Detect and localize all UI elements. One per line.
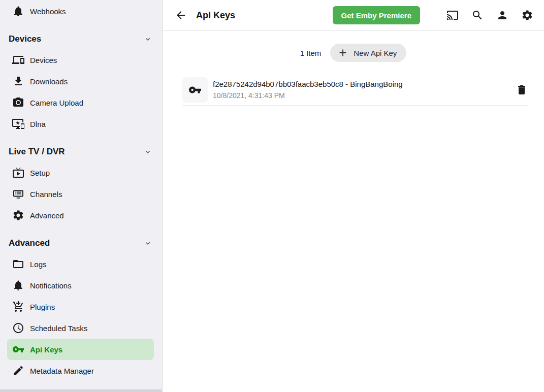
api-key-list: f2e2875242d94b07bb03faacb3eb50c8 - BingB…	[182, 75, 528, 106]
sidebar-item-label: Metadata Manager	[30, 367, 94, 375]
folder-icon	[12, 258, 24, 270]
sidebar-item-api-keys[interactable]: Api Keys	[7, 339, 154, 360]
sidebar-item-label: Logs	[30, 260, 47, 269]
chevron-down-icon	[144, 239, 152, 247]
key-icon	[182, 77, 208, 103]
chevron-down-icon	[144, 148, 152, 156]
user-button[interactable]	[496, 9, 508, 21]
download-icon	[12, 75, 24, 87]
cart-plus-icon	[12, 301, 24, 313]
sidebar-item-label: Downloads	[30, 77, 68, 86]
sidebar-item-label: Setup	[30, 169, 50, 177]
sidebar-item-label: Channels	[30, 190, 62, 199]
bell-icon	[12, 5, 24, 17]
camera-icon	[12, 96, 24, 109]
arrow-back-icon	[175, 9, 187, 21]
gear-icon	[521, 9, 533, 21]
gear-icon	[12, 209, 24, 221]
key-icon	[12, 343, 24, 355]
sidebar-section-live-tv-dvr[interactable]: Live TV / DVR	[0, 141, 162, 162]
channel-list-icon	[12, 188, 24, 200]
sidebar-item-channels[interactable]: Channels	[0, 183, 162, 205]
item-count: 1 Item	[300, 49, 322, 57]
live-tv-icon	[12, 167, 24, 179]
dlna-devices-icon	[12, 118, 24, 130]
top-bar: Api Keys Get Emby Premiere	[163, 0, 544, 31]
sidebar-item-label: Plugins	[30, 303, 55, 311]
list-toolbar: 1 Item New Api Key	[163, 44, 544, 62]
sidebar-item-label: Devices	[30, 56, 57, 64]
sidebar-item-plugins[interactable]: Plugins	[0, 296, 162, 317]
sidebar-item-scheduled-tasks[interactable]: Scheduled Tasks	[0, 317, 162, 339]
new-api-key-button[interactable]: New Api Key	[330, 44, 406, 62]
plus-icon	[337, 47, 348, 58]
sidebar-item-webhooks[interactable]: Webhooks	[0, 1, 162, 22]
sidebar-item-label: Api Keys	[30, 345, 62, 354]
sidebar-item-camera-upload[interactable]: Camera Upload	[0, 92, 162, 113]
sidebar-item-dlna[interactable]: Dlna	[0, 113, 162, 135]
search-icon	[471, 9, 484, 21]
sidebar: Webhooks Devices Devices Downloads Camer…	[0, 0, 163, 392]
cast-button[interactable]	[446, 9, 459, 21]
sidebar-item-label: Webhooks	[30, 7, 66, 16]
section-title: Devices	[9, 34, 41, 44]
sidebar-item-devices[interactable]: Devices	[0, 49, 162, 71]
top-bar-actions: Get Emby Premiere	[333, 6, 533, 24]
sidebar-item-setup[interactable]: Setup	[0, 162, 162, 183]
get-emby-premiere-button[interactable]: Get Emby Premiere	[333, 6, 420, 24]
cast-icon	[446, 9, 459, 21]
settings-button[interactable]	[521, 9, 533, 21]
sidebar-horizontal-scrollbar[interactable]	[0, 389, 162, 392]
new-api-key-button-label: New Api Key	[354, 49, 397, 57]
chevron-down-icon	[144, 35, 152, 43]
person-icon	[496, 9, 508, 21]
sidebar-item-metadata-manager[interactable]: Metadata Manager	[0, 360, 162, 381]
api-key-name: f2e2875242d94b07bb03faacb3eb50c8 - BingB…	[213, 80, 403, 89]
bell-icon	[12, 279, 24, 291]
app-window: Webhooks Devices Devices Downloads Camer…	[0, 0, 544, 392]
devices-icon	[12, 54, 24, 66]
trash-icon	[516, 84, 528, 96]
back-button[interactable]	[175, 9, 187, 21]
sidebar-item-notifications[interactable]: Notifications	[0, 275, 162, 296]
sidebar-section-advanced[interactable]: Advanced	[0, 233, 162, 253]
sidebar-item-label: Camera Upload	[30, 99, 83, 107]
sidebar-section-devices[interactable]: Devices	[0, 28, 162, 49]
api-key-info: f2e2875242d94b07bb03faacb3eb50c8 - BingB…	[213, 80, 403, 100]
sidebar-item-label: Advanced	[30, 211, 64, 220]
main-area: Api Keys Get Emby Premiere 1 Item	[163, 0, 544, 392]
pencil-icon	[12, 365, 24, 377]
section-title: Advanced	[9, 238, 50, 248]
sidebar-item-label: Dlna	[30, 120, 46, 128]
sidebar-item-downloads[interactable]: Downloads	[0, 71, 162, 92]
sidebar-item-livetv-advanced[interactable]: Advanced	[0, 205, 162, 226]
api-key-row: f2e2875242d94b07bb03faacb3eb50c8 - BingB…	[182, 75, 528, 106]
api-key-created-date: 10/8/2021, 4:31:43 PM	[213, 91, 403, 100]
section-title: Live TV / DVR	[9, 147, 65, 157]
sidebar-item-label: Notifications	[30, 281, 72, 290]
page-title: Api Keys	[196, 10, 235, 21]
sidebar-item-label: Scheduled Tasks	[30, 324, 87, 333]
sidebar-item-logs[interactable]: Logs	[0, 253, 162, 275]
delete-api-key-button[interactable]	[516, 84, 528, 96]
search-button[interactable]	[471, 9, 484, 21]
clock-icon	[12, 322, 24, 334]
